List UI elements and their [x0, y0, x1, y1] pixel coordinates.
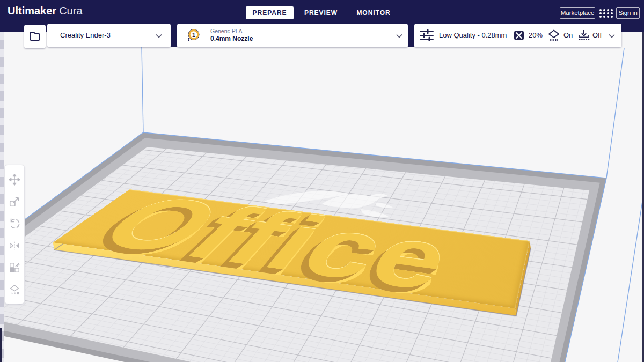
adhesion-icon — [577, 29, 590, 42]
print-settings-panel[interactable]: Low Quality - 0.28mm 20% On Off — [414, 24, 621, 47]
tab-monitor[interactable]: MONITOR — [352, 6, 396, 19]
adhesion-value: Off — [592, 31, 602, 39]
sign-in-button[interactable]: Sign in — [616, 7, 640, 19]
window-edge-strip — [642, 32, 644, 362]
chevron-down-icon — [156, 34, 162, 38]
per-model-settings-button[interactable] — [5, 256, 24, 278]
sliders-icon — [420, 29, 434, 41]
infill-value: 20% — [529, 31, 543, 39]
app-logo: UltimakerCura — [8, 5, 83, 17]
chevron-down-icon — [396, 34, 402, 38]
printer-selector[interactable]: Creality Ender-3 — [47, 24, 171, 47]
profile-label: Low Quality - 0.28mm — [439, 31, 507, 39]
build-plate-scene — [0, 0, 644, 362]
logo-cura: Cura — [59, 5, 82, 17]
logo-ultimaker: Ultimaker — [8, 5, 56, 17]
tab-prepare[interactable]: PREPARE — [246, 6, 294, 19]
background-window-sliver — [0, 32, 4, 362]
card-divider — [171, 24, 177, 47]
scale-tool-button[interactable] — [5, 190, 24, 212]
material-selector[interactable]: 1 Generic PLA 0.4mm Nozzle — [177, 24, 408, 47]
printer-name: Creality Ender-3 — [60, 31, 111, 39]
folder-icon — [29, 31, 41, 42]
support-value: On — [564, 31, 573, 39]
infill-icon — [514, 30, 524, 41]
support-blocker-icon — [9, 284, 20, 295]
background-window-sliver-dark — [0, 328, 2, 362]
extruder-icon: 1 — [186, 27, 202, 43]
tab-preview[interactable]: PREVIEW — [299, 6, 342, 19]
model-tools-toolbar — [4, 165, 25, 304]
chevron-down-icon[interactable] — [609, 34, 615, 38]
rotate-icon — [9, 218, 20, 230]
mirror-icon — [9, 240, 20, 252]
svg-text:1: 1 — [192, 32, 195, 38]
mirror-tool-button[interactable] — [5, 234, 24, 256]
marketplace-button[interactable]: Marketplace — [560, 7, 595, 19]
per-model-settings-icon — [9, 262, 20, 274]
nozzle-size: 0.4mm Nozzle — [210, 35, 253, 42]
card-divider — [408, 24, 414, 47]
applications-grid-icon[interactable] — [599, 8, 613, 19]
move-tool-button[interactable] — [5, 168, 24, 190]
support-icon — [547, 29, 560, 42]
rotate-tool-button[interactable] — [5, 212, 24, 234]
move-icon — [9, 174, 20, 186]
material-name: Generic PLA — [210, 28, 243, 34]
scale-icon — [9, 196, 20, 208]
cura-window: { "header": { "logo_primary": "Ultimaker… — [0, 0, 644, 362]
open-file-button[interactable] — [24, 25, 46, 48]
support-blocker-button[interactable] — [5, 278, 24, 300]
